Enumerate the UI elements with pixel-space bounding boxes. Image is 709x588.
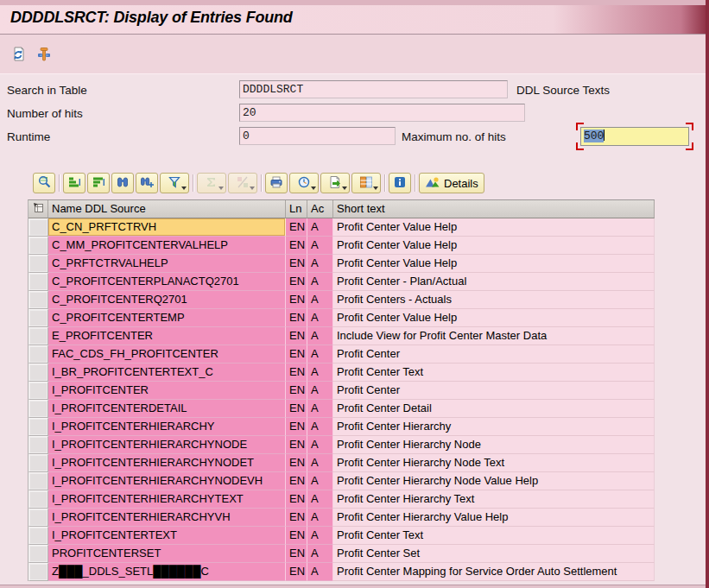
cell-ln[interactable]: EN (286, 255, 307, 273)
cell-short-text[interactable]: Profit Center Hierarchy Text (333, 490, 655, 509)
cell-name[interactable]: I_PROFITCENTERHIERARCHY (48, 418, 286, 436)
settings-button[interactable] (33, 44, 55, 65)
runtime-field[interactable]: 0 (239, 127, 396, 145)
cell-name[interactable]: C_PROFITCENTERTEMP (48, 309, 286, 327)
cell-ln[interactable]: EN (286, 218, 307, 237)
cell-name[interactable]: I_BR_PROFITCENTERTEXT_C (48, 364, 286, 382)
cell-ac[interactable]: A (307, 291, 333, 309)
sort-ascending-button[interactable] (63, 173, 85, 193)
row-select-button[interactable] (28, 255, 48, 273)
subtotal-button[interactable] (228, 173, 257, 193)
cell-short-text[interactable]: Profit Center Value Help (333, 237, 655, 255)
cell-ac[interactable]: A (307, 364, 333, 382)
cell-ac[interactable]: A (307, 436, 333, 454)
row-select-button[interactable] (28, 527, 48, 545)
cell-name[interactable]: I_PROFITCENTERTEXT (48, 527, 286, 545)
cell-short-text[interactable]: Profit Center Text (333, 364, 655, 382)
cell-ln[interactable]: EN (286, 291, 307, 309)
info-button[interactable] (389, 173, 411, 193)
row-select-button[interactable] (28, 309, 48, 327)
cell-name[interactable]: E_PROFITCENTER (48, 327, 286, 345)
cell-name[interactable]: C_PRFTCTRVALHELP (48, 255, 286, 273)
cell-ac[interactable]: A (307, 545, 333, 563)
row-select-button[interactable] (28, 327, 48, 345)
search-in-table-field[interactable]: DDDDLSRCT (239, 80, 508, 98)
column-header-short-text[interactable]: Short text (333, 200, 655, 218)
choose-layout-button[interactable] (351, 173, 381, 193)
cell-name[interactable]: I_PROFITCENTERHIERARCHYNODE (48, 436, 286, 454)
filter-button[interactable] (160, 173, 189, 193)
column-header-ln[interactable]: Ln (286, 200, 307, 218)
cell-short-text[interactable]: Profit Centers - Actuals (333, 291, 655, 309)
cell-ln[interactable]: EN (286, 345, 307, 364)
export-button[interactable] (320, 173, 350, 193)
cell-short-text[interactable]: Profit Center Text (333, 527, 655, 545)
cell-ln[interactable]: EN (286, 273, 307, 291)
print-button[interactable] (265, 173, 288, 193)
select-all-button[interactable] (28, 200, 48, 218)
cell-short-text[interactable]: Profit Center Value Help (333, 255, 655, 273)
cell-ac[interactable]: A (307, 273, 333, 291)
cell-ln[interactable]: EN (286, 418, 307, 436)
row-select-button[interactable] (28, 545, 48, 563)
cell-ln[interactable]: EN (286, 436, 307, 454)
cell-ac[interactable]: A (307, 345, 333, 364)
cell-ln[interactable]: EN (286, 327, 307, 345)
cell-name[interactable]: I_PROFITCENTER (48, 382, 286, 400)
row-select-button[interactable] (28, 490, 48, 509)
cell-name[interactable]: I_PROFITCENTERDETAIL (48, 400, 286, 418)
cell-short-text[interactable]: Profit Center Hierarchy Node Text (333, 454, 655, 472)
cell-ln[interactable]: EN (286, 472, 307, 490)
cell-short-text[interactable]: Profit Center - Plan/Actual (333, 273, 655, 291)
cell-ln[interactable]: EN (286, 364, 307, 382)
cell-ac[interactable]: A (307, 418, 333, 436)
row-select-button[interactable] (28, 509, 48, 527)
cell-name[interactable]: PROFITCENTERSET (48, 545, 286, 563)
sort-descending-button[interactable] (87, 173, 110, 193)
cell-ln[interactable]: EN (286, 563, 307, 581)
cell-ac[interactable]: A (307, 255, 333, 273)
cell-short-text[interactable]: Profit Center Mapping for Service Order … (333, 563, 655, 581)
cell-ac[interactable]: A (307, 327, 333, 345)
cell-short-text[interactable]: Profit Center Hierarchy Node Value Help (333, 472, 655, 490)
cell-ln[interactable]: EN (286, 400, 307, 418)
cell-short-text[interactable]: Profit Center Value Help (333, 309, 655, 327)
cell-name[interactable]: C_PROFITCENTERPLANACTQ2701 (48, 273, 286, 291)
details-button[interactable]: Details (419, 173, 484, 193)
cell-short-text[interactable]: Profit Center Hierarchy Value Help (333, 509, 655, 527)
cell-ac[interactable]: A (307, 490, 333, 509)
row-select-button[interactable] (28, 237, 48, 255)
cell-ac[interactable]: A (307, 472, 333, 490)
row-select-button[interactable] (28, 436, 48, 454)
cell-ac[interactable]: A (307, 563, 333, 581)
find-next-button[interactable] (136, 173, 158, 193)
cell-ac[interactable]: A (307, 454, 333, 472)
maximum-hits-input[interactable]: 500 (580, 127, 689, 146)
cell-short-text[interactable]: Include View for Profit Center Master Da… (333, 327, 655, 345)
row-select-button[interactable] (28, 218, 48, 237)
number-of-hits-field[interactable]: 20 (239, 104, 525, 122)
cell-name[interactable]: C_CN_PRFTCTRVH (48, 218, 286, 237)
cell-name[interactable]: I_PROFITCENTERHIERARCHYVH (48, 509, 286, 527)
row-select-button[interactable] (28, 273, 48, 291)
choose-detail-button[interactable] (33, 173, 55, 193)
row-select-button[interactable] (28, 454, 48, 472)
column-header-ac[interactable]: Ac (307, 200, 333, 218)
cell-name[interactable]: Z███_DDLS_SETL██████C (48, 563, 286, 581)
row-select-button[interactable] (28, 472, 48, 490)
find-button[interactable] (111, 173, 134, 193)
row-select-button[interactable] (28, 563, 48, 581)
cell-ln[interactable]: EN (286, 382, 307, 400)
cell-ln[interactable]: EN (286, 237, 307, 255)
cell-ln[interactable]: EN (286, 509, 307, 527)
row-select-button[interactable] (28, 364, 48, 382)
cell-short-text[interactable]: Profit Center (333, 382, 655, 400)
cell-ac[interactable]: A (307, 400, 333, 418)
row-select-button[interactable] (28, 400, 48, 418)
sum-button[interactable] (197, 173, 226, 193)
cell-name[interactable]: I_PROFITCENTERHIERARCHYTEXT (48, 490, 286, 509)
cell-ac[interactable]: A (307, 218, 333, 237)
cell-name[interactable]: FAC_CDS_FH_PROFITCENTER (48, 345, 286, 364)
cell-ac[interactable]: A (307, 309, 333, 327)
views-button[interactable] (289, 173, 319, 193)
